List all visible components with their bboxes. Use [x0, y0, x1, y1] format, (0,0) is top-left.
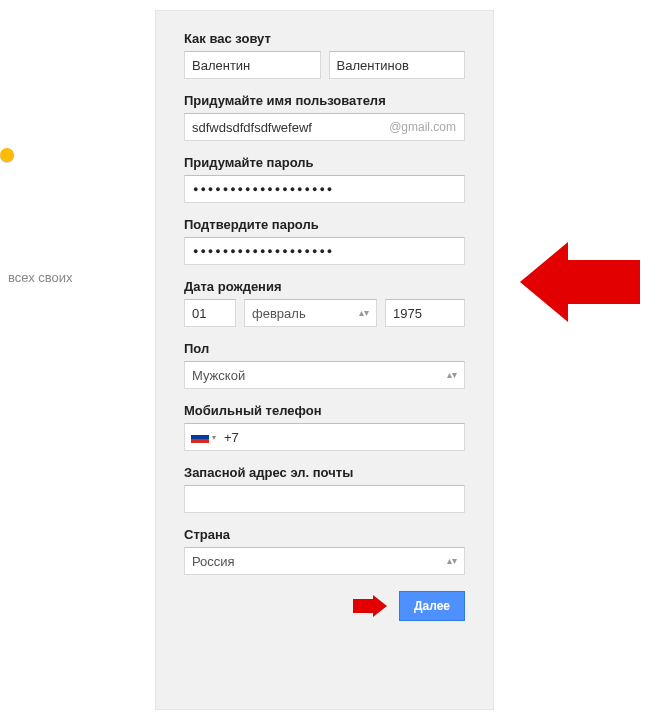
password-field-block: Придумайте пароль ●●●●●●●●●●●●●●●●●●● [184, 155, 465, 203]
country-field-block: Страна Россия ▴▾ [184, 527, 465, 575]
birthday-day-input[interactable] [184, 299, 236, 327]
country-label: Страна [184, 527, 465, 542]
annotation-arrow-small-icon [353, 595, 387, 617]
password-label: Придумайте пароль [184, 155, 465, 170]
flag-ru-icon [191, 431, 209, 443]
phone-label: Мобильный телефон [184, 403, 465, 418]
next-button[interactable]: Далее [399, 591, 465, 621]
chevron-updown-icon: ▴▾ [447, 370, 457, 380]
gender-select[interactable]: Мужской ▴▾ [184, 361, 465, 389]
name-label: Как вас зовут [184, 31, 465, 46]
gender-value: Мужской [192, 368, 245, 383]
birthday-field-block: Дата рождения февраль ▴▾ [184, 279, 465, 327]
birthday-label: Дата рождения [184, 279, 465, 294]
recovery-email-label: Запасной адрес эл. почты [184, 465, 465, 480]
svg-marker-1 [520, 242, 640, 322]
decorative-dot [0, 148, 14, 162]
name-field-block: Как вас зовут [184, 31, 465, 79]
username-label: Придумайте имя пользователя [184, 93, 465, 108]
password-input[interactable]: ●●●●●●●●●●●●●●●●●●● [184, 175, 465, 203]
signup-form-panel: Как вас зовут Придумайте имя пользовател… [155, 10, 494, 710]
confirm-password-input[interactable]: ●●●●●●●●●●●●●●●●●●● [184, 237, 465, 265]
phone-country-select[interactable]: ▾ [191, 431, 222, 443]
username-field-block: Придумайте имя пользователя @gmail.com [184, 93, 465, 141]
annotation-arrow-large-icon [520, 242, 640, 325]
first-name-input[interactable] [184, 51, 321, 79]
chevron-updown-icon: ▴▾ [359, 308, 369, 318]
recovery-email-input[interactable] [184, 485, 465, 513]
confirm-password-field-block: Подтвердите пароль ●●●●●●●●●●●●●●●●●●● [184, 217, 465, 265]
birthday-year-input[interactable] [385, 299, 465, 327]
country-value: Россия [192, 554, 235, 569]
aside-text: всех своих [8, 270, 73, 285]
button-row: Далее [184, 591, 465, 621]
gender-label: Пол [184, 341, 465, 356]
username-input[interactable] [185, 114, 389, 140]
username-suffix: @gmail.com [389, 120, 464, 134]
recovery-email-field-block: Запасной адрес эл. почты [184, 465, 465, 513]
svg-marker-0 [353, 595, 387, 617]
username-wrap: @gmail.com [184, 113, 465, 141]
birthday-month-value: февраль [252, 306, 306, 321]
chevron-down-icon: ▾ [212, 433, 216, 442]
phone-field-block: Мобильный телефон ▾ [184, 403, 465, 451]
birthday-month-select[interactable]: февраль ▴▾ [244, 299, 377, 327]
gender-field-block: Пол Мужской ▴▾ [184, 341, 465, 389]
confirm-password-label: Подтвердите пароль [184, 217, 465, 232]
last-name-input[interactable] [329, 51, 466, 79]
phone-input[interactable] [222, 429, 458, 446]
country-select[interactable]: Россия ▴▾ [184, 547, 465, 575]
chevron-updown-icon: ▴▾ [447, 556, 457, 566]
